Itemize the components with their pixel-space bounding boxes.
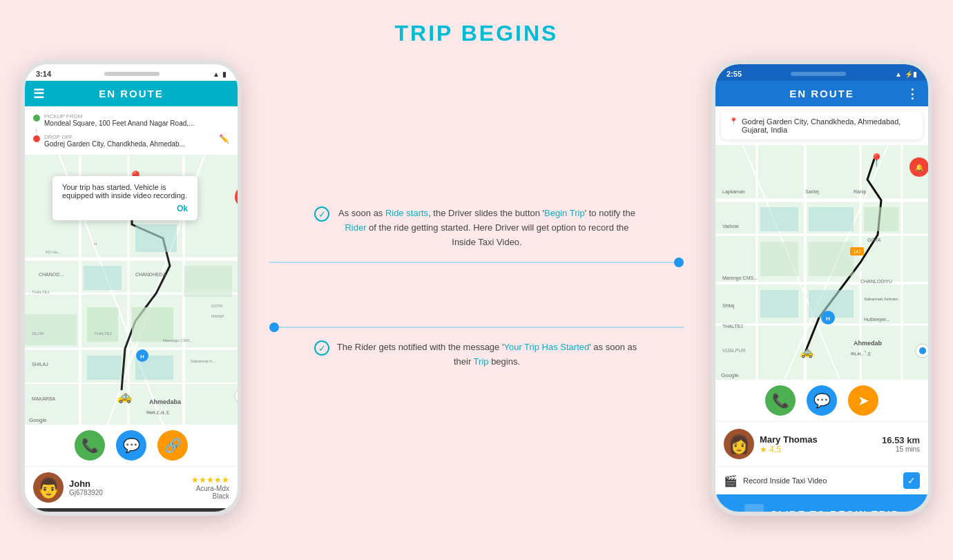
svg-text:🚕: 🚕 [117, 389, 133, 404]
driver-avatar: 👨 [33, 472, 64, 503]
right-phone-call-button[interactable]: 📞 [765, 385, 796, 416]
destination-pin-icon: 📍 [729, 117, 738, 125]
driver-car: Acura-Mdx [191, 485, 229, 492]
annotation-1-content: ✓ As soon as Ride starts, the Driver sli… [314, 206, 639, 249]
svg-text:GOTA: GOTA [211, 304, 223, 308]
slide-arrows-icon: » [744, 504, 764, 516]
driver-bar: 👨 John Gj6783920 ★★★★★ Acura-Mdx Black [25, 466, 238, 508]
svg-text:Google: Google [29, 417, 47, 423]
location-bar: PICKUP FROM Mondeal Square, 100 Feet Ana… [25, 106, 238, 155]
right-app-header: EN ROUTE ⋮ [715, 81, 928, 106]
rider-distance: 16.53 km [882, 435, 920, 445]
svg-text:H: H [94, 242, 97, 246]
left-header-title: EN ROUTE [99, 88, 164, 99]
svg-point-86 [919, 347, 926, 354]
pickup-label: PICKUP FROM [44, 113, 194, 119]
svg-text:અમ.દ.વ.દ: અમ.દ.વ.દ [146, 409, 170, 416]
right-phone: 2:55 ▲ ⚡▮ EN ROUTE ⋮ 📍 Godrej Garden Cit… [711, 60, 932, 516]
svg-rect-57 [760, 207, 798, 231]
dot-2 [269, 322, 279, 332]
svg-text:THALTEJ: THALTEJ [722, 324, 743, 329]
svg-text:CHANDHEDA: CHANDHEDA [135, 272, 166, 277]
right-status-bar: 2:55 ▲ ⚡▮ [715, 64, 928, 81]
line-2 [279, 327, 684, 328]
annotation-2-block: ✓ The Rider gets notified with the messa… [269, 322, 684, 369]
destination-address: Godrej Garden City, Chandkheda, Ahmedaba… [742, 117, 914, 134]
svg-rect-14 [87, 356, 122, 380]
record-video-checkbox[interactable]: ✓ [903, 472, 920, 489]
dots-menu-icon[interactable]: ⋮ [906, 86, 920, 102]
page-title: TRIP BEGINS [0, 0, 953, 60]
svg-rect-59 [864, 207, 898, 231]
right-map: Lapkaman Santej Ranip Vadsrar Marengo CM… [715, 145, 928, 380]
record-video-bar: 🎬 Record Inside Taxi Video ✓ [715, 466, 928, 494]
svg-rect-10 [84, 266, 122, 290]
right-destination-bar: 📍 Godrej Garden City, Chandkheda, Ahmeda… [721, 112, 923, 139]
share-button[interactable]: 🔗 [157, 430, 188, 461]
svg-text:અ.મ.ે.દ: અ.મ.ે.દ [850, 350, 872, 357]
check-circle-2: ✓ [314, 340, 329, 356]
dropoff-dot [33, 135, 40, 142]
driver-right: ★★★★★ Acura-Mdx Black [191, 475, 229, 500]
right-header-title: EN ROUTE [789, 88, 854, 99]
connector-1 [269, 258, 684, 267]
driver-info: John Gj6783920 [69, 479, 186, 496]
annotation-1-block: ✓ As soon as Ride starts, the Driver sli… [269, 206, 684, 267]
svg-text:MAKARBA: MAKARBA [32, 396, 56, 401]
svg-text:CHANOD...: CHANOD... [39, 272, 64, 277]
right-navigate-button[interactable]: ➤ [848, 385, 878, 416]
svg-text:Shilaj: Shilaj [722, 303, 735, 309]
svg-text:Vadsrar: Vadsrar [722, 224, 740, 229]
rider-rating: ★ 4.5 [760, 445, 876, 454]
svg-text:RANIP: RANIP [211, 314, 224, 318]
left-time: 3:14 [36, 70, 51, 78]
slide-to-begin-button[interactable]: » SLIDE TO BEGIN TRIP [715, 494, 928, 516]
svg-text:Google: Google [721, 372, 739, 378]
ok-button[interactable]: Ok [62, 204, 188, 213]
line-1 [269, 262, 674, 263]
svg-text:Hutbeejee...: Hutbeejee... [864, 317, 890, 322]
pickup-address: Mondeal Square, 100 Feet Anand Nagar Roa… [44, 119, 194, 127]
annotation-1-text: As soon as Ride starts, the Driver slide… [335, 206, 639, 249]
right-status-icons: ▲ ⚡▮ [895, 70, 917, 78]
annotation-2-content: ✓ The Rider gets notified with the messa… [314, 340, 639, 369]
svg-text:CHANLODIYU: CHANLODIYU [860, 279, 892, 284]
battery-icon: ▮ [222, 70, 227, 78]
svg-rect-60 [760, 242, 798, 276]
chat-button[interactable]: 💬 [116, 430, 146, 461]
right-chat-button[interactable]: 💬 [807, 385, 837, 416]
left-app-header: ☰ EN ROUTE [25, 81, 238, 106]
rider-time: 15 mins [882, 445, 920, 453]
connector-2 [269, 322, 684, 332]
svg-text:Ahmedaba: Ahmedaba [149, 398, 182, 405]
svg-text:ZILOR: ZILOR [32, 331, 44, 336]
svg-text:H: H [826, 316, 830, 322]
svg-text:H: H [140, 354, 144, 360]
driver-stars: ★★★★★ [191, 475, 229, 485]
trip-popup: Your trip has started. Vehicle is equipp… [52, 176, 198, 220]
svg-text:VIJALPUR: VIJALPUR [722, 348, 745, 353]
svg-text:🔔: 🔔 [915, 163, 924, 172]
svg-text:Ranip: Ranip [854, 189, 866, 195]
record-video-label: Record Inside Taxi Video [743, 476, 898, 485]
svg-text:SHILAJ: SHILAJ [32, 362, 48, 367]
driver-id: Gj6783920 [69, 489, 186, 496]
action-buttons-right: 📞 💬 ➤ [715, 380, 928, 421]
rider-rating-value: 4.5 [769, 445, 781, 454]
right-time: 2:55 [726, 70, 742, 78]
svg-rect-17 [25, 314, 77, 345]
phone-call-button[interactable]: 📞 [75, 430, 105, 461]
svg-text:147: 147 [853, 249, 861, 254]
left-notch [104, 72, 160, 76]
rider-avatar-img: 👩 [728, 434, 750, 455]
menu-icon[interactable]: ☰ [33, 86, 46, 102]
dropoff-address: Godrej Garden City, Chandkheda, Ahmedab.… [44, 140, 215, 148]
svg-text:THALTEJ: THALTEJ [94, 331, 112, 336]
svg-rect-12 [87, 307, 118, 342]
right-wifi-icon: ▲ [895, 70, 902, 78]
svg-text:Marengo CMS...: Marengo CMS... [722, 276, 758, 281]
edit-icon[interactable]: ✏️ [219, 134, 229, 144]
left-status-bar: 3:14 ▲ ▮ [25, 64, 238, 81]
right-battery-icon: ⚡▮ [905, 70, 917, 78]
annotation-area: ✓ As soon as Ride starts, the Driver sli… [242, 206, 711, 369]
